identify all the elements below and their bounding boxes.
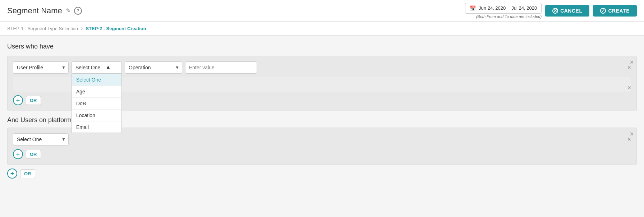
platform-category-select-wrapper: Select One ▼ — [13, 133, 69, 146]
value-input[interactable] — [185, 61, 257, 74]
header-left: Segment Name ✎ ? — [7, 6, 82, 15]
date-range-picker[interactable]: 📅 Jun 24, 2020 Jul 24, 2020 — [465, 3, 542, 14]
operation-select-wrapper: Operation ▼ — [125, 61, 182, 74]
property-select-wrapper: Select One ▼ Select One Age DoB Location… — [72, 61, 122, 74]
filter-row-close-button[interactable]: × — [627, 64, 631, 71]
filter-row-1: User Profile ▼ Select One ▼ Select One A… — [13, 61, 631, 74]
add-filter-button[interactable]: + — [13, 95, 23, 105]
bottom-or-button[interactable]: OR — [20, 169, 35, 178]
date-to: Jul 24, 2020 — [511, 5, 537, 11]
platform-add-filter-button[interactable]: + — [13, 149, 23, 159]
filter-group-platform: × Select One ▼ × + OR — [7, 128, 637, 165]
property-select-value: Select One — [75, 65, 100, 70]
or-button[interactable]: OR — [26, 96, 41, 105]
breadcrumb-step2[interactable]: STEP-2 : Segment Creation — [86, 26, 146, 31]
breadcrumb-step1[interactable]: STEP-1 : Segment Type Selection — [7, 26, 78, 31]
header: Segment Name ✎ ? 📅 Jun 24, 2020 Jul 24, … — [0, 0, 644, 22]
dropdown-item-location[interactable]: Location — [72, 110, 121, 121]
filter-group-users: × User Profile ▼ Select One ▼ — [7, 56, 637, 111]
platform-filter-row-1: Select One ▼ × — [13, 133, 631, 146]
calendar-icon: 📅 — [470, 5, 476, 11]
cancel-button[interactable]: ✕ CANCEL — [545, 5, 589, 17]
filter-row-2-close-button[interactable]: × — [627, 84, 631, 91]
dropdown-item-dob[interactable]: DoB — [72, 98, 121, 110]
create-label: CREATE — [608, 8, 630, 14]
dropdown-item-age[interactable]: Age — [72, 86, 121, 98]
header-right: 📅 Jun 24, 2020 Jul 24, 2020 (Both From a… — [465, 3, 637, 19]
platform-filter-row-close[interactable]: × — [627, 136, 631, 143]
users-who-have-title: Users who have — [7, 43, 637, 50]
category-select[interactable]: User Profile — [13, 61, 69, 74]
step1-desc: Segment Type Selection — [27, 26, 78, 31]
platform-category-select[interactable]: Select One — [13, 133, 69, 146]
help-icon[interactable]: ? — [74, 7, 82, 15]
dropdown-item-select-one[interactable]: Select One — [72, 74, 121, 86]
users-who-have-section: Users who have × User Profile ▼ Select O… — [7, 43, 637, 111]
dropdown-item-email[interactable]: Email — [72, 121, 121, 133]
create-button[interactable]: ✓ CREATE — [593, 5, 637, 17]
bottom-add-or-row: + OR — [7, 168, 637, 179]
category-select-wrapper: User Profile ▼ — [13, 61, 69, 74]
cancel-label: CANCEL — [560, 8, 582, 14]
platform-or-button[interactable]: OR — [26, 150, 41, 159]
create-icon: ✓ — [600, 8, 606, 14]
property-dropdown-menu: Select One Age DoB Location Email Date J… — [72, 74, 122, 133]
date-range-wrapper: 📅 Jun 24, 2020 Jul 24, 2020 (Both From a… — [465, 3, 542, 19]
add-or-row-platform: + OR — [13, 149, 631, 159]
operation-select[interactable]: Operation — [125, 61, 182, 74]
date-note: (Both From and To date are included) — [476, 14, 542, 19]
property-select-arrow-up: ▼ — [106, 65, 111, 70]
bottom-add-button[interactable]: + — [7, 168, 17, 179]
step1-label: STEP-1 — [7, 26, 24, 31]
cancel-icon: ✕ — [552, 8, 558, 14]
property-select-display[interactable]: Select One ▼ — [72, 61, 122, 74]
step2-desc: Segment Creation — [106, 26, 146, 31]
edit-icon[interactable]: ✎ — [66, 7, 70, 14]
date-from: Jun 24, 2020 — [479, 5, 506, 11]
segment-name-title: Segment Name — [7, 6, 62, 15]
step2-label: STEP-2 — [86, 26, 102, 31]
breadcrumb-separator: › — [81, 25, 83, 32]
breadcrumb: STEP-1 : Segment Type Selection › STEP-2… — [0, 22, 644, 36]
main-content: Users who have × User Profile ▼ Select O… — [0, 36, 644, 186]
